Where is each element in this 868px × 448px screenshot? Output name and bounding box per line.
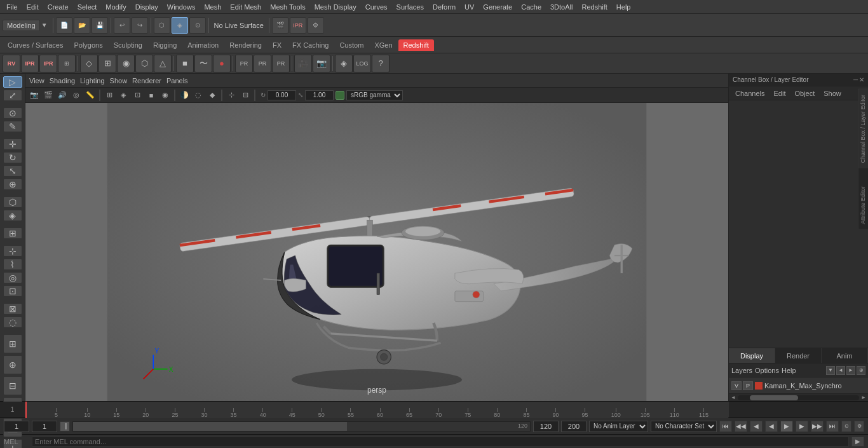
layer-playback-btn[interactable]: P (743, 381, 753, 390)
lasso-tool-btn[interactable]: ⊙ (3, 107, 22, 119)
rewind-btn[interactable]: ⏮ (719, 421, 732, 432)
lattice-btn[interactable]: ⊠ (3, 303, 22, 315)
tab-fx-caching[interactable]: FX Caching (287, 39, 334, 51)
menu-create[interactable]: Create (44, 2, 72, 12)
move-view-btn[interactable]: ⊟ (3, 376, 22, 395)
tab-sculpting[interactable]: Sculpting (109, 39, 147, 51)
menu-select[interactable]: Select (74, 2, 101, 12)
select-tool-btn[interactable]: ▷ (3, 76, 22, 88)
scale-tool-btn[interactable]: ⤡ (3, 165, 22, 177)
redo-btn[interactable]: ↪ (132, 17, 148, 34)
vp-baked-btn[interactable]: ◉ (159, 89, 172, 102)
next-frame-btn[interactable]: ▶▶ (811, 421, 824, 432)
viewport-menu-lighting[interactable]: Lighting (80, 77, 105, 85)
menu-edit-mesh[interactable]: Edit Mesh (226, 2, 265, 12)
snap-to-point-btn[interactable]: ◎ (3, 272, 22, 283)
menu-display[interactable]: Display (132, 2, 162, 12)
script-input[interactable] (32, 437, 849, 447)
tab-rendering[interactable]: Rendering (224, 39, 267, 51)
rs-box-btn[interactable]: ⬡ (135, 55, 153, 72)
rs-wave-btn[interactable]: 〜 (194, 55, 212, 72)
menu-curves[interactable]: Curves (362, 2, 391, 12)
rs-ipr2-btn[interactable]: IPR (39, 55, 57, 72)
vp-wireframe-btn[interactable]: ⊞ (103, 89, 116, 102)
undo-btn[interactable]: ↩ (114, 17, 130, 34)
layer-options-btn[interactable]: ◄ (836, 366, 845, 375)
snap-to-curve-btn[interactable]: ⌇ (3, 259, 22, 270)
menu-uv[interactable]: UV (461, 2, 478, 12)
vp-shadows-btn[interactable]: 🌓 (178, 89, 191, 102)
menu-deform[interactable]: Deform (429, 2, 459, 12)
frame-end-input[interactable] (533, 421, 559, 432)
viewport-menu-renderer[interactable]: Renderer (132, 77, 161, 85)
select-by-hierarchy-btn[interactable]: ⬡ (154, 17, 170, 34)
new-file-btn[interactable]: 📄 (56, 17, 72, 34)
rs-render-out-btn[interactable]: 🎥 (294, 55, 312, 72)
frame-left-input[interactable] (4, 421, 29, 432)
layer-del-btn[interactable]: ► (846, 366, 855, 375)
ipr-btn[interactable]: IPR (290, 17, 306, 34)
timeline-ruler[interactable]: 5101520253035404550556065707580859095100… (25, 402, 728, 418)
move-tool-btn[interactable]: ✛ (3, 139, 22, 150)
timeline-start-input[interactable] (3, 406, 22, 413)
char-set-select[interactable]: No Character Set (651, 421, 717, 432)
rs-circle-btn[interactable]: ● (213, 55, 231, 72)
layers-menu-btn[interactable]: Layers (731, 367, 752, 374)
save-file-btn[interactable]: 💾 (92, 17, 108, 34)
soft-mod-btn[interactable]: ⬡ (3, 196, 22, 208)
tab-fx[interactable]: FX (268, 39, 287, 51)
vp-shaded-wire-btn[interactable]: ⊡ (131, 89, 144, 102)
layer-visibility-btn[interactable]: V (731, 381, 742, 390)
rs-sphere-btn[interactable]: ◉ (117, 55, 135, 72)
vp-audio-btn[interactable]: 🔊 (56, 89, 69, 102)
rs-pr3-btn[interactable]: PR (272, 55, 290, 72)
attribute-editor-edge-label[interactable]: Attribute Editor (858, 181, 869, 229)
vp-value2-input[interactable] (305, 90, 334, 100)
rs-pr1-btn[interactable]: PR (235, 55, 253, 72)
mode-dropdown[interactable]: Modeling (3, 20, 40, 31)
render-settings-btn[interactable]: ⚙ (308, 17, 324, 34)
anim-layer-select[interactable]: No Anim Layer (589, 421, 648, 432)
tab-animation[interactable]: Animation (182, 39, 224, 51)
auto-key-btn[interactable]: ⊙ (841, 421, 851, 432)
select-object-btn[interactable]: ◈ (172, 17, 188, 34)
rs-mat-btn[interactable]: ◈ (335, 55, 353, 72)
menu-surfaces[interactable]: Surfaces (393, 2, 428, 12)
layers-help-btn[interactable]: Help (782, 367, 796, 374)
vp-video-btn[interactable]: 🎬 (42, 89, 55, 102)
vp-shaded-btn[interactable]: ◈ (117, 89, 130, 102)
tab-xgen[interactable]: XGen (369, 39, 397, 51)
render-btn[interactable]: 🎬 (272, 17, 288, 34)
snap-to-grid-btn[interactable]: ⊹ (3, 245, 22, 257)
tab-custom[interactable]: Custom (335, 39, 369, 51)
menu-cache[interactable]: Cache (517, 2, 545, 12)
range-handle[interactable]: ▐ (60, 421, 70, 431)
layers-options-btn[interactable]: Options (755, 367, 779, 374)
play-fwd-btn[interactable]: ▶ (780, 421, 793, 432)
render-tab[interactable]: Render (775, 348, 822, 363)
tab-rigging[interactable]: Rigging (148, 39, 182, 51)
vp-gamma-select[interactable]: sRGB gamma (346, 90, 403, 100)
scroll-left-btn[interactable]: ◄ (730, 395, 736, 401)
end-btn[interactable]: ⏭ (826, 421, 839, 432)
rs-batch-btn[interactable]: ⊞ (58, 55, 76, 72)
snap-to-view-btn[interactable]: ⊡ (3, 285, 22, 297)
channel-box-edge-label[interactable]: Channel Box / Layer Editor (858, 89, 869, 168)
rs-ipr-btn[interactable]: IPR (21, 55, 39, 72)
layer-filter-btn[interactable]: ⊕ (857, 366, 865, 375)
vp-joints-btn[interactable]: ◆ (206, 89, 219, 102)
universal-tool-btn[interactable]: ⊕ (3, 179, 22, 190)
settings-btn[interactable]: ⚙ (854, 421, 864, 432)
scroll-right-btn[interactable]: ► (860, 395, 867, 401)
vp-color-btn[interactable] (336, 91, 344, 100)
max-frame-input[interactable] (561, 421, 587, 432)
next-keyframe-btn[interactable]: ▶ (796, 421, 808, 432)
rs-rv-btn[interactable]: RV (3, 55, 20, 72)
menu-modify[interactable]: Modify (102, 2, 130, 12)
prev-keyframe-btn[interactable]: ◀ (750, 421, 763, 432)
channel-box-minimize-btn[interactable]: ─ (853, 76, 858, 83)
menu-help[interactable]: Help (613, 2, 635, 12)
rs-cone-btn[interactable]: △ (154, 55, 172, 72)
vp-xray-btn[interactable]: ◌ (192, 89, 205, 102)
scroll-track[interactable] (738, 395, 859, 400)
